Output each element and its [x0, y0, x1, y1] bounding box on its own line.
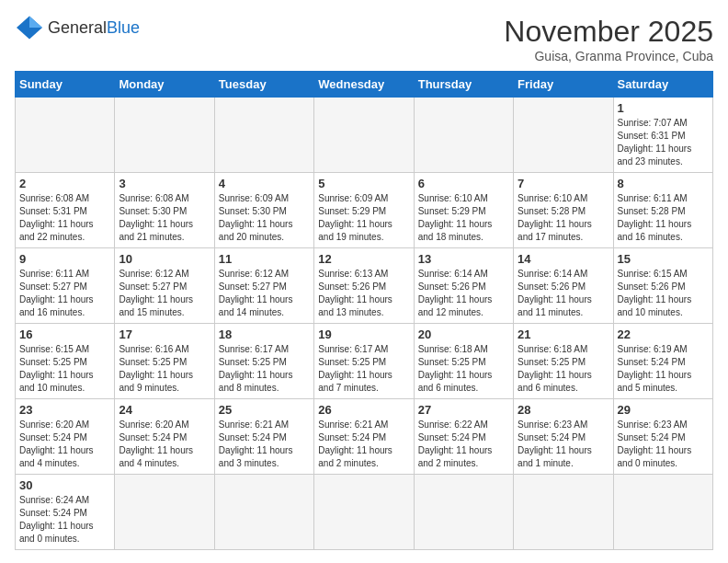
- calendar-cell: 11Sunrise: 6:12 AM Sunset: 5:27 PM Dayli…: [214, 248, 313, 324]
- calendar-cell: [414, 98, 513, 173]
- weekday-header-row: SundayMondayTuesdayWednesdayThursdayFrid…: [16, 72, 713, 98]
- calendar-cell: 1Sunrise: 7:07 AM Sunset: 6:31 PM Daylig…: [613, 98, 712, 173]
- day-number: 27: [418, 403, 509, 417]
- day-info: Sunrise: 6:08 AM Sunset: 5:30 PM Dayligh…: [119, 192, 210, 244]
- day-number: 16: [19, 327, 110, 341]
- calendar-cell: [314, 475, 414, 550]
- day-info: Sunrise: 6:16 AM Sunset: 5:25 PM Dayligh…: [119, 343, 210, 395]
- day-info: Sunrise: 6:09 AM Sunset: 5:29 PM Dayligh…: [318, 192, 409, 244]
- day-info: Sunrise: 6:20 AM Sunset: 5:24 PM Dayligh…: [119, 419, 210, 470]
- day-number: 19: [318, 327, 409, 341]
- calendar-cell: 7Sunrise: 6:10 AM Sunset: 5:28 PM Daylig…: [514, 173, 613, 248]
- day-info: Sunrise: 6:23 AM Sunset: 5:24 PM Dayligh…: [618, 419, 709, 470]
- day-number: 30: [19, 478, 110, 492]
- day-number: 21: [518, 327, 609, 341]
- calendar-cell: [115, 98, 214, 173]
- weekday-header-saturday: Saturday: [613, 72, 712, 98]
- calendar-cell: [214, 98, 313, 173]
- logo: GeneralBlue: [15, 15, 140, 40]
- logo-text: GeneralBlue: [48, 19, 140, 37]
- calendar-cell: [115, 475, 214, 550]
- calendar-cell: 23Sunrise: 6:20 AM Sunset: 5:24 PM Dayli…: [16, 399, 115, 475]
- day-number: 5: [318, 177, 409, 190]
- calendar-cell: 9Sunrise: 6:11 AM Sunset: 5:27 PM Daylig…: [16, 248, 115, 324]
- svg-marker-1: [29, 17, 42, 28]
- day-number: 9: [19, 252, 110, 266]
- day-number: 17: [119, 327, 210, 341]
- day-number: 13: [418, 252, 509, 266]
- calendar-cell: 28Sunrise: 6:23 AM Sunset: 5:24 PM Dayli…: [514, 399, 613, 475]
- day-info: Sunrise: 6:12 AM Sunset: 5:27 PM Dayligh…: [219, 268, 310, 319]
- day-info: Sunrise: 6:15 AM Sunset: 5:25 PM Dayligh…: [19, 343, 110, 395]
- calendar-cell: 15Sunrise: 6:15 AM Sunset: 5:26 PM Dayli…: [613, 248, 712, 324]
- week-row-2: 2Sunrise: 6:08 AM Sunset: 5:31 PM Daylig…: [16, 173, 713, 248]
- calendar-cell: 17Sunrise: 6:16 AM Sunset: 5:25 PM Dayli…: [115, 324, 214, 399]
- day-info: Sunrise: 6:19 AM Sunset: 5:24 PM Dayligh…: [618, 343, 709, 395]
- calendar-cell: [514, 98, 613, 173]
- day-number: 3: [119, 177, 210, 190]
- weekday-header-monday: Monday: [115, 72, 214, 98]
- day-info: Sunrise: 7:07 AM Sunset: 6:31 PM Dayligh…: [618, 117, 709, 168]
- weekday-header-wednesday: Wednesday: [314, 72, 414, 98]
- day-info: Sunrise: 6:13 AM Sunset: 5:26 PM Dayligh…: [318, 268, 409, 319]
- day-number: 25: [219, 403, 310, 417]
- week-row-3: 9Sunrise: 6:11 AM Sunset: 5:27 PM Daylig…: [16, 248, 713, 324]
- day-number: 4: [219, 177, 310, 190]
- day-info: Sunrise: 6:14 AM Sunset: 5:26 PM Dayligh…: [518, 268, 609, 319]
- day-info: Sunrise: 6:10 AM Sunset: 5:28 PM Dayligh…: [518, 192, 609, 244]
- month-title: November 2025: [504, 15, 713, 49]
- weekday-header-sunday: Sunday: [16, 72, 115, 98]
- calendar-cell: [214, 475, 313, 550]
- day-info: Sunrise: 6:20 AM Sunset: 5:24 PM Dayligh…: [19, 419, 110, 470]
- calendar-cell: 30Sunrise: 6:24 AM Sunset: 5:24 PM Dayli…: [16, 475, 115, 550]
- day-number: 14: [518, 252, 609, 266]
- calendar-cell: 8Sunrise: 6:11 AM Sunset: 5:28 PM Daylig…: [613, 173, 712, 248]
- calendar-cell: 18Sunrise: 6:17 AM Sunset: 5:25 PM Dayli…: [214, 324, 313, 399]
- day-number: 18: [219, 327, 310, 341]
- day-number: 12: [318, 252, 409, 266]
- calendar-cell: 25Sunrise: 6:21 AM Sunset: 5:24 PM Dayli…: [214, 399, 313, 475]
- calendar-cell: 24Sunrise: 6:20 AM Sunset: 5:24 PM Dayli…: [115, 399, 214, 475]
- calendar-cell: 2Sunrise: 6:08 AM Sunset: 5:31 PM Daylig…: [16, 173, 115, 248]
- calendar-cell: [16, 98, 115, 173]
- calendar-cell: 21Sunrise: 6:18 AM Sunset: 5:25 PM Dayli…: [514, 324, 613, 399]
- calendar-cell: 12Sunrise: 6:13 AM Sunset: 5:26 PM Dayli…: [314, 248, 414, 324]
- calendar-cell: 16Sunrise: 6:15 AM Sunset: 5:25 PM Dayli…: [16, 324, 115, 399]
- day-number: 24: [119, 403, 210, 417]
- day-number: 7: [518, 177, 609, 190]
- day-number: 20: [418, 327, 509, 341]
- day-info: Sunrise: 6:18 AM Sunset: 5:25 PM Dayligh…: [418, 343, 509, 395]
- day-number: 28: [518, 403, 609, 417]
- day-number: 6: [418, 177, 509, 190]
- day-number: 8: [618, 177, 709, 190]
- weekday-header-thursday: Thursday: [414, 72, 513, 98]
- calendar-cell: 10Sunrise: 6:12 AM Sunset: 5:27 PM Dayli…: [115, 248, 214, 324]
- weekday-header-tuesday: Tuesday: [214, 72, 313, 98]
- day-info: Sunrise: 6:23 AM Sunset: 5:24 PM Dayligh…: [518, 419, 609, 470]
- day-number: 29: [618, 403, 709, 417]
- day-number: 1: [618, 101, 709, 115]
- calendar-cell: [613, 475, 712, 550]
- day-info: Sunrise: 6:12 AM Sunset: 5:27 PM Dayligh…: [119, 268, 210, 319]
- day-info: Sunrise: 6:18 AM Sunset: 5:25 PM Dayligh…: [518, 343, 609, 395]
- day-info: Sunrise: 6:22 AM Sunset: 5:24 PM Dayligh…: [418, 419, 509, 470]
- weekday-header-friday: Friday: [514, 72, 613, 98]
- calendar-cell: 4Sunrise: 6:09 AM Sunset: 5:30 PM Daylig…: [214, 173, 313, 248]
- week-row-6: 30Sunrise: 6:24 AM Sunset: 5:24 PM Dayli…: [16, 475, 713, 550]
- week-row-4: 16Sunrise: 6:15 AM Sunset: 5:25 PM Dayli…: [16, 324, 713, 399]
- day-info: Sunrise: 6:15 AM Sunset: 5:26 PM Dayligh…: [618, 268, 709, 319]
- calendar-cell: 19Sunrise: 6:17 AM Sunset: 5:25 PM Dayli…: [314, 324, 414, 399]
- day-info: Sunrise: 6:14 AM Sunset: 5:26 PM Dayligh…: [418, 268, 509, 319]
- week-row-5: 23Sunrise: 6:20 AM Sunset: 5:24 PM Dayli…: [16, 399, 713, 475]
- calendar-cell: [314, 98, 414, 173]
- day-number: 2: [19, 177, 110, 190]
- logo-icon: [15, 15, 44, 40]
- day-number: 11: [219, 252, 310, 266]
- calendar-cell: 13Sunrise: 6:14 AM Sunset: 5:26 PM Dayli…: [414, 248, 513, 324]
- day-info: Sunrise: 6:10 AM Sunset: 5:29 PM Dayligh…: [418, 192, 509, 244]
- calendar-cell: 27Sunrise: 6:22 AM Sunset: 5:24 PM Dayli…: [414, 399, 513, 475]
- day-number: 23: [19, 403, 110, 417]
- day-info: Sunrise: 6:17 AM Sunset: 5:25 PM Dayligh…: [318, 343, 409, 395]
- day-info: Sunrise: 6:21 AM Sunset: 5:24 PM Dayligh…: [219, 419, 310, 470]
- calendar-cell: 22Sunrise: 6:19 AM Sunset: 5:24 PM Dayli…: [613, 324, 712, 399]
